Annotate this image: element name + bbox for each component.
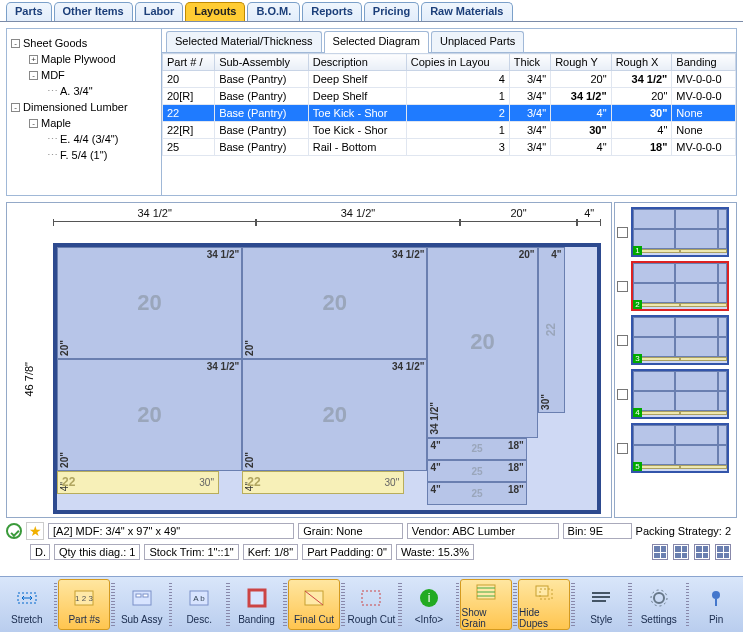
main-tab-b-o-m-[interactable]: B.O.M. [247, 2, 300, 21]
part-22-kick[interactable]: 4" 22 30" [57, 471, 219, 495]
sheet-field[interactable]: [A2] MDF: 3/4" x 97" x 49" [48, 523, 294, 539]
dim-label: 34 1/2" [207, 361, 240, 372]
tree-node[interactable]: ⋯A. 3/4" [11, 83, 157, 99]
collapse-icon[interactable]: - [11, 103, 20, 112]
parts-table[interactable]: Part # /Sub-AssemblyDescriptionCopies in… [162, 53, 736, 156]
thumb-checkbox[interactable] [617, 443, 628, 454]
favorite-icon[interactable]: ★ [26, 522, 44, 540]
thumb-row: 5 [617, 423, 734, 473]
part-22-kick[interactable]: 4" 22 30" [242, 471, 404, 495]
collapse-icon[interactable]: - [29, 71, 38, 80]
thumb-checkbox[interactable] [617, 389, 628, 400]
pad-field[interactable]: Part Padding: 0" [302, 544, 392, 560]
column-header[interactable]: Description [308, 54, 406, 71]
tree-node[interactable]: -Dimensioned Lumber [11, 99, 157, 115]
tree-node[interactable]: -Maple [11, 115, 157, 131]
cell: Base (Pantry) [215, 105, 309, 122]
d-field[interactable]: D. [30, 544, 50, 560]
toolbar-part-s-button[interactable]: 1 2 3Part #s [58, 579, 110, 630]
tree-node[interactable]: +Maple Plywood [11, 51, 157, 67]
grain-field[interactable]: Grain: None [298, 523, 403, 539]
waste-field: Waste: 15.3% [396, 544, 474, 560]
part-20[interactable]: 34 1/2" 20" 20 [57, 359, 242, 471]
column-header[interactable]: Copies in Layou [406, 54, 509, 71]
toolbar-settings-button[interactable]: Settings [633, 579, 685, 630]
thumb-checkbox[interactable] [617, 335, 628, 346]
layout-thumbnail[interactable]: 3 [631, 315, 729, 365]
column-header[interactable]: Rough X [611, 54, 672, 71]
part-22-rotated[interactable]: 4" 30" 22 [538, 247, 565, 413]
toolbar-stretch-button[interactable]: Stretch [1, 579, 53, 630]
trim-field[interactable]: Stock Trim: 1"::1" [144, 544, 238, 560]
svg-rect-4 [136, 594, 141, 597]
tree-node[interactable]: ⋯E. 4/4 (3/4") [11, 131, 157, 147]
bin-field[interactable]: Bin: 9E [563, 523, 632, 539]
sub-tab[interactable]: Unplaced Parts [431, 31, 524, 52]
table-row[interactable]: 22Base (Pantry)Toe Kick - Shor23/4"4"30"… [163, 105, 736, 122]
sheet-layout[interactable]: 34 1/2" 20" 20 34 1/2" 20" 20 20" 34 1/2… [53, 243, 601, 514]
toolbar-rough-cut-button[interactable]: Rough Cut [346, 579, 398, 630]
table-row[interactable]: 25Base (Pantry)Rail - Bottom33/4"4"18"MV… [163, 139, 736, 156]
toolbar--info--button[interactable]: i<Info> [403, 579, 455, 630]
layout-thumbnail[interactable]: 1 [631, 207, 729, 257]
tree-node[interactable]: -MDF [11, 67, 157, 83]
toolbar-sub-assy-button[interactable]: Sub Assy [116, 579, 168, 630]
grain-icon [473, 580, 499, 604]
table-row[interactable]: 20Base (Pantry)Deep Shelf43/4"20"34 1/2"… [163, 71, 736, 88]
toolbar-final-cut-button[interactable]: Final Cut [288, 579, 340, 630]
pack-strategy-4-icon[interactable] [715, 544, 731, 560]
part-20[interactable]: 34 1/2" 20" 20 [57, 247, 242, 359]
toolbar-banding-button[interactable]: Banding [231, 579, 283, 630]
part-25[interactable]: 4" 25 18" [427, 460, 526, 482]
toolbar-desc--button[interactable]: A bDesc. [173, 579, 225, 630]
toolbar-pin-button[interactable]: Pin [690, 579, 742, 630]
pack-strategy-1-icon[interactable] [652, 544, 668, 560]
main-tab-labor[interactable]: Labor [135, 2, 184, 21]
main-tab-layouts[interactable]: Layouts [185, 2, 245, 21]
table-header-row: Part # /Sub-AssemblyDescriptionCopies in… [163, 54, 736, 71]
column-header[interactable]: Part # / [163, 54, 215, 71]
svg-rect-15 [536, 586, 548, 596]
layout-thumbnail[interactable]: 5 [631, 423, 729, 473]
expand-icon[interactable]: + [29, 55, 38, 64]
tree-node[interactable]: ⋯F. 5/4 (1") [11, 147, 157, 163]
vendor-field[interactable]: Vendor: ABC Lumber [407, 523, 559, 539]
thumb-checkbox[interactable] [617, 227, 628, 238]
part-20-rotated[interactable]: 20" 34 1/2" 20 [427, 247, 537, 438]
pack-strategy-3-icon[interactable] [694, 544, 710, 560]
pack-strategy-2-icon[interactable] [673, 544, 689, 560]
layout-thumbnail[interactable]: 2 [631, 261, 729, 311]
sheet-zone[interactable]: 34 1/2"34 1/2"20"4" 46 7/8" 34 1/2" 20" … [6, 202, 612, 518]
sub-tab[interactable]: Selected Diagram [324, 31, 429, 53]
qty-field[interactable]: Qty this diag.: 1 [54, 544, 140, 560]
kerf-field[interactable]: Kerf: 1/8" [243, 544, 298, 560]
part-20[interactable]: 34 1/2" 20" 20 [242, 359, 427, 471]
part-20[interactable]: 34 1/2" 20" 20 [242, 247, 427, 359]
layout-thumbnail[interactable]: 4 [631, 369, 729, 419]
collapse-icon[interactable]: - [11, 39, 20, 48]
toolbar-style-button[interactable]: Style [576, 579, 628, 630]
tree-node[interactable]: -Sheet Goods [11, 35, 157, 51]
toolbar-hide-dupes-button[interactable]: Hide Dupes [518, 579, 570, 630]
main-tab-other-items[interactable]: Other Items [54, 2, 133, 21]
main-tab-parts[interactable]: Parts [6, 2, 52, 21]
collapse-icon[interactable]: - [29, 119, 38, 128]
main-tab-pricing[interactable]: Pricing [364, 2, 419, 21]
material-tree[interactable]: -Sheet Goods+Maple Plywood-MDF⋯A. 3/4"-D… [7, 29, 162, 195]
column-header[interactable]: Sub-Assembly [215, 54, 309, 71]
thumb-checkbox[interactable] [617, 281, 628, 292]
sub-tab[interactable]: Selected Material/Thickness [166, 31, 322, 52]
main-tab-reports[interactable]: Reports [302, 2, 362, 21]
column-header[interactable]: Rough Y [551, 54, 611, 71]
table-row[interactable]: 22[R]Base (Pantry)Toe Kick - Shor13/4"30… [163, 122, 736, 139]
part-25[interactable]: 4" 25 18" [427, 482, 526, 504]
column-header[interactable]: Thick [509, 54, 550, 71]
column-header[interactable]: Banding [672, 54, 736, 71]
part-25[interactable]: 4" 25 18" [427, 438, 526, 460]
dim-label: 34 1/2" [207, 249, 240, 260]
table-row[interactable]: 20[R]Base (Pantry)Deep Shelf13/4"34 1/2"… [163, 88, 736, 105]
main-tab-raw-materials[interactable]: Raw Materials [421, 2, 512, 21]
ruler-segment: 34 1/2" [256, 207, 459, 227]
part-number: 25 [472, 466, 483, 477]
toolbar-show-grain-button[interactable]: Show Grain [460, 579, 512, 630]
